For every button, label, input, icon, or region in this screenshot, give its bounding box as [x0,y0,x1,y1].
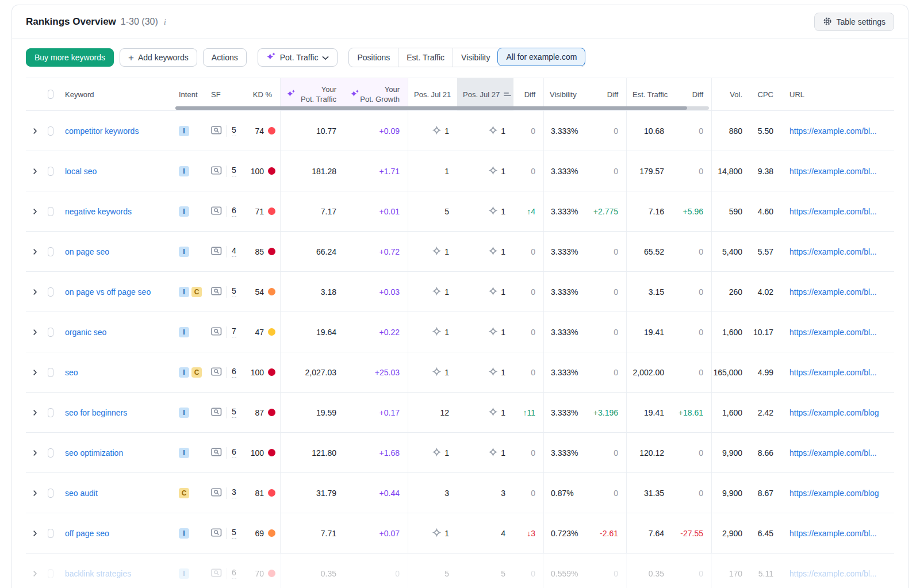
url-link[interactable]: https://example.com/bl... [789,529,877,538]
url-link[interactable]: https://example.com/blog [789,489,879,498]
sf-count[interactable]: 5 [232,125,236,136]
col-pot-traffic[interactable]: YourPot. Traffic [280,78,344,110]
kd-value: 100 [251,448,264,458]
sf-count[interactable]: 6 [232,367,236,378]
horizontal-scrollbar-thumb[interactable] [175,106,687,110]
pos-jul27-cell: 1 [457,111,513,151]
url-link[interactable]: https://example.com/bl... [789,247,877,256]
row-checkbox[interactable] [48,448,53,458]
url-link[interactable]: https://example.com/bl... [789,448,877,458]
row-expander[interactable] [32,329,39,336]
row-expander[interactable] [32,490,39,497]
sf-count[interactable]: 6 [232,206,236,217]
keyword-link[interactable]: seo for beginners [65,408,127,417]
row-expander[interactable] [32,570,39,577]
row-checkbox[interactable] [48,569,53,578]
sf-count[interactable]: 3 [232,487,236,498]
sf-count[interactable]: 5 [232,528,236,539]
select-all-checkbox[interactable] [48,90,53,99]
col-visibility[interactable]: Visibility [543,78,589,110]
tab-visibility[interactable]: Visibility [453,48,498,67]
sf-count[interactable]: 5 [232,166,236,176]
row-checkbox[interactable] [48,287,53,297]
row-checkbox[interactable] [48,126,53,136]
row-expander[interactable] [32,289,39,295]
row-expander[interactable] [32,208,39,215]
url-link[interactable]: https://example.com/bl... [789,287,877,297]
row-expander[interactable] [32,530,39,537]
row-expander[interactable] [32,128,39,134]
col-est-traffic[interactable]: Est. Traffic [626,78,672,110]
volume-value: 9,900 [722,489,742,498]
actions-button[interactable]: Actions [203,48,247,67]
col-pos-diff[interactable]: Diff [513,78,543,110]
sf-count[interactable]: 4 [232,246,236,257]
keyword-link[interactable]: seo [65,368,78,377]
table-settings-button[interactable]: Table settings [814,13,894,31]
sf-count[interactable]: 6 [232,568,236,579]
row-checkbox[interactable] [48,368,53,377]
pos-jul27-value: 1 [501,448,505,458]
kd-value: 54 [255,287,264,297]
pos-jul27-value: 1 [501,247,505,256]
row-expander[interactable] [32,409,39,416]
metric-dropdown[interactable]: Pot. Traffic [258,48,338,67]
row-expander[interactable] [32,369,39,376]
sf-count[interactable]: 5 [232,286,236,297]
col-sf[interactable]: SF [205,78,242,110]
tab-est-traffic[interactable]: Est. Traffic [398,48,453,67]
url-link[interactable]: https://example.com/blog [789,408,879,417]
keyword-link[interactable]: off page seo [65,529,109,538]
tab-positions[interactable]: Positions [349,48,398,67]
col-kd[interactable]: KD % [242,78,280,110]
col-pos-jul27[interactable]: Pos. Jul 27 [457,78,513,110]
keyword-link[interactable]: on page vs off page seo [65,287,151,297]
row-checkbox[interactable] [48,529,53,538]
col-url[interactable]: URL [781,78,894,110]
keyword-link[interactable]: on page seo [65,247,109,256]
col-intent[interactable]: Intent [173,78,205,110]
add-keywords-button[interactable]: + Add keywords [120,48,197,67]
url-link[interactable]: https://example.com/bl... [789,126,877,136]
col-pot-growth[interactable]: YourPot. Growth [344,78,408,110]
url-link[interactable]: https://example.com/bl... [789,368,877,377]
kd-dot [268,368,275,376]
row-expander[interactable] [32,449,39,456]
url-link[interactable]: https://example.com/bl... [789,207,877,216]
row-expander[interactable] [32,248,39,255]
col-keyword[interactable]: Keyword [59,78,173,110]
sf-count[interactable]: 6 [232,447,236,458]
cpc-value: 9.38 [758,167,773,176]
keyword-link[interactable]: negative keywords [65,207,132,216]
sf-count[interactable]: 5 [232,407,236,418]
col-visibility-diff[interactable]: Diff [589,78,626,110]
sf-count[interactable]: 7 [232,326,236,337]
col-pos-jul21[interactable]: Pos. Jul 21 [408,78,457,110]
info-icon[interactable]: i [164,17,166,27]
keyword-link[interactable]: organic seo [65,328,106,337]
row-checkbox[interactable] [48,489,53,498]
keyword-link[interactable]: seo audit [65,489,98,498]
keyword-link[interactable]: local seo [65,167,97,176]
url-link[interactable]: https://example.com/bl... [789,569,877,578]
row-checkbox[interactable] [48,167,53,176]
volume-value: 260 [729,287,742,297]
buy-more-keywords-button[interactable]: Buy more keywords [26,48,114,67]
tab-all-for-domain[interactable]: All for example.com [497,48,585,66]
serp-feature-icon [488,286,498,298]
row-expander[interactable] [32,168,39,175]
url-link[interactable]: https://example.com/bl... [789,328,877,337]
col-est-traffic-diff[interactable]: Diff [672,78,711,110]
keyword-link[interactable]: seo optimization [65,448,123,458]
row-checkbox[interactable] [48,408,53,417]
keyword-link[interactable]: backlink strategies [65,569,131,578]
row-checkbox[interactable] [48,328,53,337]
col-volume[interactable]: Vol. [711,78,750,110]
keyword-link[interactable]: competitor keywords [65,126,139,136]
row-checkbox[interactable] [48,207,53,216]
url-link[interactable]: https://example.com/bl... [789,167,877,176]
col-cpc[interactable]: CPC [750,78,781,110]
horizontal-scrollbar[interactable] [175,106,709,110]
pot-traffic-value: 7.71 [321,529,336,538]
row-checkbox[interactable] [48,247,53,256]
